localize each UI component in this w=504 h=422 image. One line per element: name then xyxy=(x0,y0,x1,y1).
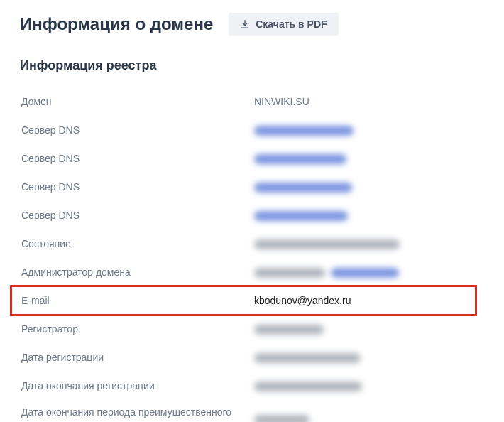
section-title: Информация реестра xyxy=(20,58,498,73)
row-reg-end: Дата окончания регистрации xyxy=(20,372,498,400)
row-value-blurred xyxy=(254,261,498,283)
row-dns: Сервер DNS xyxy=(20,144,498,173)
row-value-blurred xyxy=(254,119,498,141)
row-value-blurred xyxy=(254,232,498,255)
row-registrar: Регистратор xyxy=(20,315,498,343)
row-label: Сервер DNS xyxy=(20,118,254,143)
row-email: E-mail kbodunov@yandex.ru xyxy=(20,286,498,315)
row-label: Сервер DNS xyxy=(20,146,254,171)
row-reg-date: Дата регистрации xyxy=(20,343,498,372)
download-pdf-label: Скачать в PDF xyxy=(256,18,327,30)
row-value-blurred xyxy=(254,147,498,170)
row-label: Сервер DNS xyxy=(20,175,254,200)
row-label: Дата окончания периода преимущественного… xyxy=(20,400,254,422)
row-value-blurred xyxy=(254,374,498,397)
row-label: Регистратор xyxy=(20,317,254,342)
row-value-blurred xyxy=(254,204,498,227)
row-dns: Сервер DNS xyxy=(20,173,498,201)
email-link[interactable]: kbodunov@yandex.ru xyxy=(254,295,351,306)
row-label: Дата регистрации xyxy=(20,345,254,370)
registry-info-list: Домен NINWIKI.SU Сервер DNS Сервер DNS С… xyxy=(20,87,498,422)
download-icon xyxy=(240,19,250,29)
row-value-domain: NINWIKI.SU xyxy=(254,90,498,113)
row-label: Сервер DNS xyxy=(20,203,254,228)
row-dns: Сервер DNS xyxy=(20,116,498,144)
row-label: E-mail xyxy=(20,288,254,313)
row-label: Домен xyxy=(20,90,254,114)
row-label: Администратор домена xyxy=(20,260,254,285)
download-pdf-button[interactable]: Скачать в PDF xyxy=(229,13,338,36)
row-value-email: kbodunov@yandex.ru xyxy=(254,289,498,312)
row-value-blurred xyxy=(254,408,498,422)
row-state: Состояние xyxy=(20,229,498,258)
row-value-blurred xyxy=(254,318,498,340)
page-title: Информация о домене xyxy=(20,14,213,34)
row-label: Дата окончания регистрации xyxy=(20,374,254,399)
row-domain: Домен NINWIKI.SU xyxy=(20,87,498,116)
row-value-blurred xyxy=(254,175,498,198)
page-header: Информация о домене Скачать в PDF xyxy=(20,13,498,36)
row-value-blurred xyxy=(254,346,498,369)
row-admin: Администратор домена xyxy=(20,258,498,286)
row-label: Состояние xyxy=(20,232,254,256)
row-pref-end: Дата окончания периода преимущественного… xyxy=(20,400,498,422)
row-dns: Сервер DNS xyxy=(20,201,498,229)
